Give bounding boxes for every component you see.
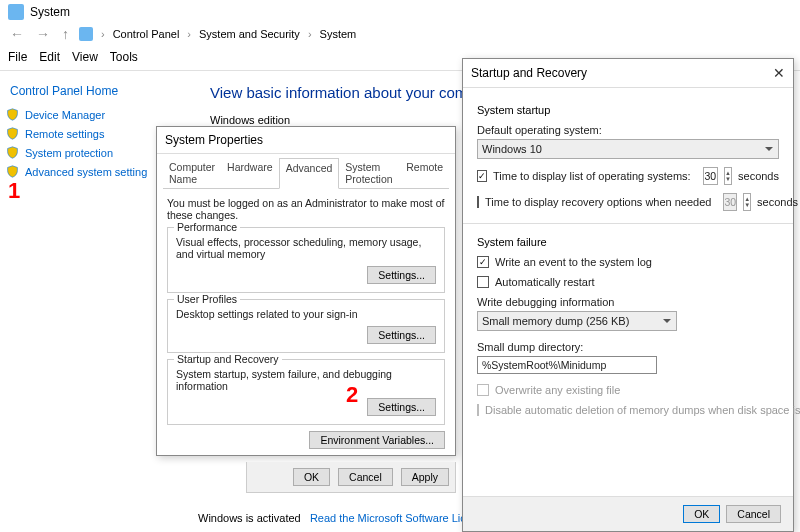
shield-icon [6,127,19,140]
annotation-2: 2 [346,382,358,408]
tab-advanced[interactable]: Advanced [279,158,340,189]
group-user-profiles-desc: Desktop settings related to your sign-in [176,308,436,320]
memory-dump-value: Small memory dump (256 KB) [482,315,629,327]
memory-dump-select[interactable]: Small memory dump (256 KB) [477,311,677,331]
dump-dir-input[interactable]: %SystemRoot%\Minidump [477,356,657,374]
time-recovery-seconds-input: 30 [723,193,737,211]
overwrite-checkbox [477,384,489,396]
breadcrumb-item[interactable]: System [320,28,357,40]
environment-variables-button[interactable]: Environment Variables... [309,431,445,449]
write-event-checkbox[interactable]: ✓ [477,256,489,268]
activation-status: Windows is activated [198,512,301,524]
dump-dir-label: Small dump directory: [477,341,779,353]
time-list-checkbox[interactable]: ✓ [477,170,487,182]
window-title: System [30,5,70,19]
menu-edit[interactable]: Edit [39,50,60,64]
group-user-profiles-title: User Profiles [174,293,240,305]
tab-system-protection[interactable]: System Protection [339,158,400,188]
menu-view[interactable]: View [72,50,98,64]
breadcrumb-item[interactable]: System and Security [199,28,300,40]
sr-cancel-button[interactable]: Cancel [726,505,781,523]
time-recovery-label: Time to display recovery options when ne… [485,196,711,208]
tab-computer-name[interactable]: Computer Name [163,158,221,188]
shield-icon [6,108,19,121]
group-startup-recovery-title: Startup and Recovery [174,353,282,365]
disable-delete-checkbox [477,404,479,416]
sidebar-item-device-manager[interactable]: Device Manager [6,108,160,121]
menu-file[interactable]: File [8,50,27,64]
performance-settings-button[interactable]: Settings... [367,266,436,284]
system-startup-heading: System startup [477,104,779,116]
write-debug-label: Write debugging information [477,296,779,308]
auto-restart-label: Automatically restart [495,276,595,288]
time-list-seconds-input[interactable]: 30 [703,167,718,185]
group-performance-title: Performance [174,221,240,233]
user-profiles-settings-button[interactable]: Settings... [367,326,436,344]
sp-cancel-button[interactable]: Cancel [338,468,393,486]
time-list-label: Time to display list of operating system… [493,170,691,182]
default-os-label: Default operating system: [477,124,779,136]
sp-apply-button[interactable]: Apply [401,468,449,486]
page-heading: View basic information about your comput… [210,84,502,101]
menu-tools[interactable]: Tools [110,50,138,64]
disable-delete-label: Disable automatic deletion of memory dum… [485,404,800,416]
spinner-buttons[interactable]: ▲▼ [724,167,732,185]
seconds-label: seconds [757,196,798,208]
startup-recovery-dialog: Startup and Recovery ✕ System startup De… [462,58,794,532]
admin-note: You must be logged on as an Administrato… [167,197,445,221]
default-os-select[interactable]: Windows 10 [477,139,779,159]
group-performance-desc: Visual effects, processor scheduling, me… [176,236,436,260]
sidebar-item-label: Device Manager [25,109,105,121]
group-startup-recovery-desc: System startup, system failure, and debu… [176,368,436,392]
startup-recovery-settings-button[interactable]: Settings... [367,398,436,416]
sp-ok-button[interactable]: OK [293,468,330,486]
sidebar-item-label: Remote settings [25,128,104,140]
control-panel-home-link[interactable]: Control Panel Home [10,84,160,98]
windows-edition-label: Windows edition [210,114,290,126]
seconds-label: seconds [738,170,779,182]
up-arrow-icon[interactable]: ↑ [60,26,71,42]
spinner-buttons: ▲▼ [743,193,751,211]
auto-restart-checkbox[interactable] [477,276,489,288]
annotation-1: 1 [8,178,20,204]
write-event-label: Write an event to the system log [495,256,652,268]
sidebar-item-remote-settings[interactable]: Remote settings [6,127,160,140]
sidebar-item-advanced-settings[interactable]: Advanced system setting [6,165,160,178]
shield-icon [6,146,19,159]
breadcrumb-item[interactable]: Control Panel [113,28,180,40]
system-icon [8,4,24,20]
sidebar-item-label: System protection [25,147,113,159]
sidebar-item-system-protection[interactable]: System protection [6,146,160,159]
fwd-arrow-icon[interactable]: → [34,26,52,42]
tab-remote[interactable]: Remote [400,158,449,188]
tab-hardware[interactable]: Hardware [221,158,279,188]
time-recovery-checkbox[interactable] [477,196,479,208]
system-properties-dialog: System Properties Computer Name Hardware… [156,126,456,456]
sr-ok-button[interactable]: OK [683,505,720,523]
system-failure-heading: System failure [477,236,779,248]
shield-icon [6,165,19,178]
dialog-title: Startup and Recovery [471,66,587,80]
overwrite-label: Overwrite any existing file [495,384,620,396]
back-arrow-icon[interactable]: ← [8,26,26,42]
sidebar-item-label: Advanced system setting [25,166,147,178]
dialog-title: System Properties [157,127,455,154]
close-icon[interactable]: ✕ [773,65,785,81]
default-os-value: Windows 10 [482,143,542,155]
breadcrumb-icon [79,27,93,41]
